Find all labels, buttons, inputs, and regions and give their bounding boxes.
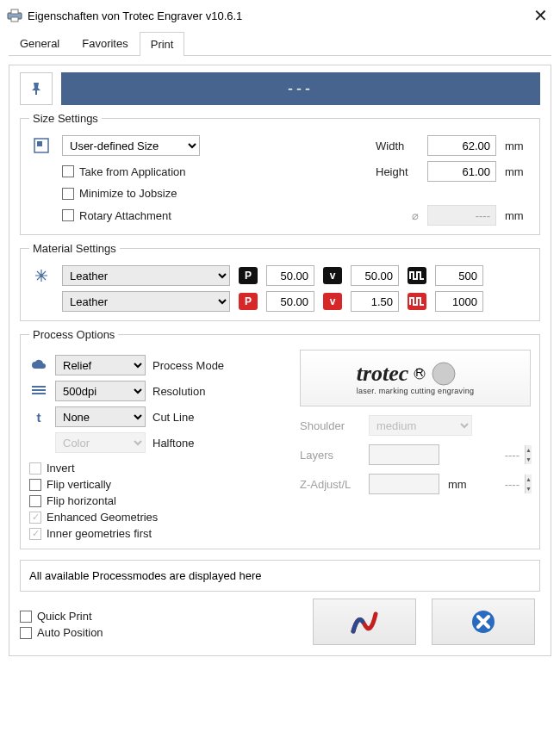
zadjust-spinner: ▲▼ <box>369 474 439 494</box>
material-select-1[interactable]: Leather <box>62 265 230 286</box>
material-select-2[interactable]: Leather <box>62 291 230 312</box>
svg-point-10 <box>432 363 455 385</box>
svg-text:R: R <box>416 368 424 379</box>
velocity-input-2[interactable] <box>351 291 399 312</box>
svg-rect-5 <box>37 141 42 146</box>
material-icon[interactable] <box>33 267 50 284</box>
pin-icon <box>28 81 44 96</box>
logo-circle-icon <box>431 361 457 387</box>
freq-icon-black <box>408 267 426 284</box>
width-input[interactable] <box>427 135 496 156</box>
quick-print-check[interactable]: Quick Print <box>20 610 278 623</box>
cancel-button[interactable] <box>432 599 535 645</box>
power-input-1[interactable] <box>266 265 314 286</box>
pin-favorite-button[interactable] <box>20 72 53 105</box>
freq-input-2[interactable] <box>435 291 483 312</box>
power-badge-red: P <box>239 293 258 310</box>
freq-input-1[interactable] <box>435 265 483 286</box>
registered-icon: R <box>414 368 426 380</box>
shoulder-label: Shoulder <box>300 419 360 432</box>
material-legend: Material Settings <box>29 242 120 255</box>
tablist: General Favorites Print <box>9 31 551 56</box>
svg-rect-1 <box>11 9 18 14</box>
print-panel: --- Size Settings User-defined Size Widt… <box>9 65 551 656</box>
height-input[interactable] <box>427 161 496 182</box>
diameter-input <box>427 205 496 226</box>
jobcontrol-icon <box>350 609 379 635</box>
window-title: Eigenschaften von Trotec Engraver v10.6.… <box>28 9 519 22</box>
info-box: All available Processmodes are displayed… <box>20 560 540 592</box>
height-label: Height <box>376 165 419 178</box>
rotary-check[interactable]: Rotary Attachment <box>62 209 171 222</box>
cancel-icon <box>470 609 496 635</box>
flip-vertical-check[interactable]: Flip vertically <box>29 478 288 491</box>
width-label: Width <box>376 140 419 152</box>
printer-icon <box>7 9 22 22</box>
resolution-label: Resolution <box>152 385 205 398</box>
process-mode-select[interactable]: Relief <box>55 355 146 375</box>
minimize-check[interactable]: Minimize to Jobsize <box>62 187 177 200</box>
cutline-select[interactable]: None <box>55 406 146 427</box>
cutline-icon: t <box>29 410 48 425</box>
size-settings-group: Size Settings User-defined Size Width mm… <box>20 112 540 235</box>
invert-check: Invert <box>29 462 288 475</box>
layers-label: Layers <box>300 449 360 462</box>
tab-print[interactable]: Print <box>140 32 185 56</box>
height-unit: mm <box>505 165 531 178</box>
power-badge-black: P <box>239 267 258 284</box>
size-select[interactable]: User-defined Size <box>62 135 200 156</box>
tab-favorites[interactable]: Favorites <box>71 31 139 55</box>
enhanced-geom-check: ✓Enhanced Geometries <box>29 511 288 524</box>
flip-horizontal-check[interactable]: Flip horizontal <box>29 494 288 507</box>
power-input-2[interactable] <box>266 291 314 312</box>
tab-general[interactable]: General <box>9 31 71 55</box>
svg-rect-2 <box>11 17 18 22</box>
process-legend: Process Options <box>29 328 118 341</box>
trotec-logo: trotec R laser. marking cutting engravin… <box>300 350 531 406</box>
titlebar: Eigenschaften von Trotec Engraver v10.6.… <box>0 0 560 31</box>
size-icon[interactable] <box>33 137 50 154</box>
zadjust-label: Z-Adjust/L <box>300 478 360 491</box>
lines-icon <box>31 385 47 397</box>
size-legend: Size Settings <box>29 112 102 125</box>
width-unit: mm <box>505 140 531 152</box>
diameter-symbol: ⌀ <box>412 209 419 222</box>
auto-position-check[interactable]: Auto Position <box>20 626 278 639</box>
halftone-select: Color <box>55 432 146 453</box>
shoulder-select: medium <box>369 415 472 436</box>
material-settings-group: Material Settings Leather P v Leather P … <box>20 242 540 321</box>
cutline-label: Cut Line <box>152 411 194 424</box>
job-name-banner[interactable]: --- <box>61 72 540 105</box>
take-from-app-check[interactable]: Take from Application <box>62 165 186 178</box>
zadjust-unit: mm <box>448 478 491 491</box>
inner-geom-check: ✓Inner geometries first <box>29 527 288 540</box>
velocity-badge-black: v <box>323 267 342 284</box>
freq-icon-red <box>408 293 426 310</box>
ok-button[interactable] <box>313 599 416 645</box>
diameter-unit: mm <box>505 209 531 222</box>
process-options-group: Process Options Relief Process Mode 500d… <box>20 328 540 549</box>
cloud-icon <box>31 359 47 371</box>
process-mode-label: Process Mode <box>152 359 224 372</box>
velocity-input-1[interactable] <box>351 265 399 286</box>
layers-spinner: ▲▼ <box>369 444 439 465</box>
close-button[interactable]: ✕ <box>519 5 553 26</box>
halftone-label: Halftone <box>152 437 194 450</box>
resolution-select[interactable]: 500dpi <box>55 381 146 401</box>
velocity-badge-red: v <box>323 293 342 310</box>
